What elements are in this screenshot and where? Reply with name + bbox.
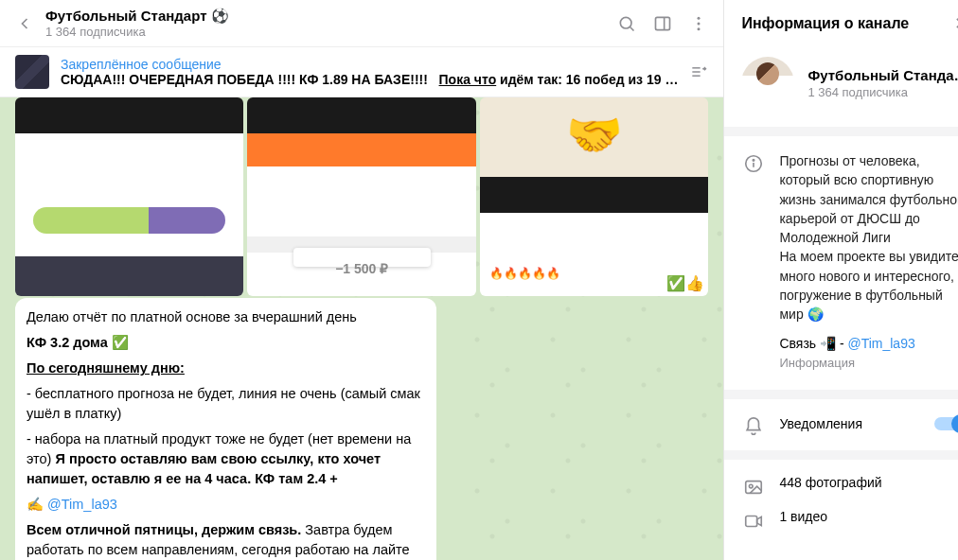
sidebar-channel-name: Футбольный Станда… <box>807 67 958 83</box>
attached-image-1[interactable] <box>15 97 243 296</box>
msg-line: По сегодняшнему дню: <box>27 359 425 378</box>
sidebar-notifications[interactable]: Уведомления <box>724 390 958 450</box>
pin-list-icon[interactable] <box>689 62 708 81</box>
sidebar-title: Информация о канале <box>741 15 909 32</box>
msg-line: Делаю отчёт по платной основе за вчерашн… <box>27 307 425 327</box>
msg-line: - набора на платный продукт тоже не буде… <box>27 429 425 489</box>
sidebar-videos[interactable]: 1 видео <box>724 501 958 535</box>
image-check: ✅👍 <box>666 274 704 292</box>
channel-subscribers: 1 364 подписчика <box>45 25 229 39</box>
svg-point-6 <box>698 27 701 30</box>
svg-rect-13 <box>746 481 762 494</box>
pinned-title: Закреплённое сообщение <box>61 57 678 72</box>
contact-link[interactable]: @Tim_la93 <box>47 497 117 512</box>
info-sidebar: Информация о канале ✕ Футбольный Станда…… <box>724 0 958 560</box>
notifications-toggle[interactable] <box>934 417 958 430</box>
svg-point-4 <box>698 16 701 19</box>
message-bubble[interactable]: Делаю отчёт по платной основе за вчерашн… <box>15 298 436 560</box>
sidebar-subscribers: 1 364 подписчика <box>807 85 958 99</box>
channel-title: Футбольный Стандарт ⚽ <box>45 8 229 25</box>
contact-link[interactable]: @Tim_la93 <box>847 336 914 351</box>
svg-point-0 <box>621 17 632 28</box>
info-label: Информация <box>779 355 958 373</box>
header-actions <box>617 14 708 33</box>
pinned-body: СЮДАА!!! ОЧЕРЕДНАЯ ПОБЕДА !!!! КФ 1.89 Н… <box>61 72 678 87</box>
sidebar-photos[interactable]: 448 фотографий <box>724 460 958 501</box>
sidebar-header: Информация о канале ✕ <box>724 0 958 47</box>
photos-count: 448 фотографий <box>779 475 881 490</box>
attached-image-2[interactable]: −1 500 ₽ <box>247 97 475 296</box>
svg-point-5 <box>698 22 701 25</box>
close-icon[interactable]: ✕ <box>954 13 958 34</box>
attached-image-3[interactable]: 🔥🔥🔥🔥🔥 ✅👍 <box>480 97 708 296</box>
msg-line: Всем отличной пятницы, держим связь. Зав… <box>27 520 425 560</box>
more-icon[interactable] <box>689 14 708 33</box>
svg-point-14 <box>750 484 754 488</box>
chat-panel: Футбольный Стандарт ⚽ 1 364 подписчика З… <box>0 0 724 560</box>
svg-line-1 <box>630 26 634 30</box>
photo-icon <box>743 477 764 498</box>
back-button[interactable] <box>15 14 34 33</box>
chat-body[interactable]: −1 500 ₽ 🔥🔥🔥🔥🔥 ✅👍 Делаю отчёт по платной… <box>0 97 723 560</box>
svg-rect-15 <box>746 516 757 527</box>
msg-line: ✍️ @Tim_la93 <box>27 495 425 515</box>
videos-count: 1 видео <box>779 509 827 524</box>
image-amount: −1 500 ₽ <box>247 261 475 276</box>
video-icon <box>743 511 764 532</box>
svg-rect-2 <box>656 17 670 29</box>
chat-header: Футбольный Стандарт ⚽ 1 364 подписчика <box>0 0 723 47</box>
notifications-label: Уведомления <box>779 414 862 433</box>
sidebar-info-section: Прогнозы от человека, который всю спорти… <box>724 127 958 390</box>
info-icon <box>743 153 764 174</box>
channel-description: Прогнозы от человека, который всю спорти… <box>779 151 958 324</box>
sidebar-toggle-icon[interactable] <box>653 14 672 33</box>
channel-contact: Связь 📲 - @Tim_la93 <box>779 334 958 353</box>
pinned-message[interactable]: Закреплённое сообщение СЮДАА!!! ОЧЕРЕДНА… <box>0 47 723 97</box>
search-icon[interactable] <box>617 14 636 33</box>
svg-point-12 <box>754 160 754 161</box>
channel-title-block[interactable]: Футбольный Стандарт ⚽ 1 364 подписчика <box>45 8 229 39</box>
sidebar-profile[interactable]: Футбольный Станда… 1 364 подписчика <box>724 47 958 127</box>
image-emoji-row: 🔥🔥🔥🔥🔥 <box>489 267 560 280</box>
pinned-text: Закреплённое сообщение СЮДАА!!! ОЧЕРЕДНА… <box>61 57 678 87</box>
msg-line: - бесплатного прогноза не будет, линия н… <box>27 384 425 424</box>
bell-icon <box>743 416 764 437</box>
message-wrapper: −1 500 ₽ 🔥🔥🔥🔥🔥 ✅👍 Делаю отчёт по платной… <box>0 97 723 560</box>
msg-line: КФ 3.2 дома ✅ <box>27 333 425 353</box>
pinned-thumbnail <box>15 55 49 89</box>
avatar <box>741 57 794 110</box>
message-images: −1 500 ₽ 🔥🔥🔥🔥🔥 ✅👍 <box>15 97 708 296</box>
